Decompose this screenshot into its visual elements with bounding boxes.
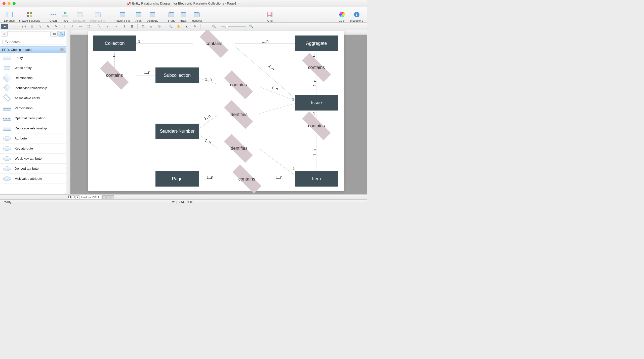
connector-2[interactable]: ↳ bbox=[45, 24, 52, 29]
page-tab-2[interactable] bbox=[106, 195, 110, 199]
lib-item-optional-participation[interactable]: Optional participation bbox=[0, 113, 66, 123]
stamp-tool[interactable]: ▲ bbox=[183, 24, 190, 29]
rel-contains-mid[interactable]: contains bbox=[217, 77, 260, 92]
lib-item-identifying-relationship[interactable]: Identifying relationship bbox=[0, 83, 66, 93]
color-button[interactable]: Color bbox=[336, 8, 348, 22]
chain-button[interactable]: Chain bbox=[47, 8, 59, 22]
bottom-bar: ❚❚ ◀ ▶ Custom 79% ▲▼ bbox=[0, 194, 367, 199]
pointer-tool[interactable]: ➤ bbox=[1, 24, 8, 29]
reverse-link-icon bbox=[95, 12, 101, 17]
text-tool[interactable]: ☰ bbox=[28, 24, 35, 29]
lib-item-multivalue-attribute[interactable]: Multivalue attribute bbox=[0, 174, 66, 184]
eyedrop-tool[interactable]: ✎ bbox=[191, 24, 198, 29]
titlebar: Entity Relationship Diagram for Electron… bbox=[0, 0, 367, 7]
title-dropdown-icon[interactable]: ⌄ bbox=[238, 2, 240, 5]
zoom-in-button[interactable]: 🔍⁺ bbox=[248, 24, 255, 29]
page-tab-3[interactable] bbox=[110, 195, 114, 199]
rel-contains-left[interactable]: contains bbox=[93, 68, 136, 83]
cardinality: 1..n bbox=[203, 114, 211, 121]
diagram-page[interactable]: Collection Aggregate Subcollection Issue… bbox=[88, 30, 344, 191]
front-button[interactable]: Front bbox=[165, 8, 177, 22]
pause-icon[interactable]: ❚❚ bbox=[68, 195, 71, 199]
search-input[interactable] bbox=[3, 39, 63, 45]
inspectors-button[interactable]: i Inspectors bbox=[348, 8, 365, 22]
identical-icon bbox=[194, 12, 199, 17]
rect-tool[interactable]: ▭ bbox=[12, 24, 19, 29]
line-tool-1[interactable]: ╲ bbox=[96, 24, 103, 29]
zoom-tool[interactable]: 🔍 bbox=[167, 24, 174, 29]
tree-button[interactable]: Tree bbox=[59, 8, 71, 22]
cardinality: 1 bbox=[293, 166, 295, 171]
window-zoom-button[interactable] bbox=[13, 2, 16, 5]
rel-contains-top[interactable]: contains bbox=[193, 36, 235, 51]
entity-item[interactable]: Item bbox=[295, 171, 338, 187]
line-tool-4[interactable]: ⇉ bbox=[120, 24, 127, 29]
entity-aggregate[interactable]: Aggregate bbox=[295, 35, 338, 51]
lib-item-relationship[interactable]: Relationship bbox=[0, 73, 66, 83]
lib-item-weak-key-attribute[interactable]: Weak key attribute bbox=[0, 154, 66, 164]
connector-5[interactable]: ⤴ bbox=[69, 24, 76, 29]
lib-item-derived-attribute[interactable]: Derived attribute bbox=[0, 164, 66, 174]
group-tool-1[interactable]: ⧉ bbox=[140, 24, 147, 29]
zoom-select[interactable]: Custom 79% ▲▼ bbox=[80, 195, 101, 199]
browse-solutions-button[interactable]: Browse Solutions bbox=[17, 8, 42, 22]
rel-contains-right-bottom[interactable]: contains bbox=[295, 119, 338, 133]
connector-3[interactable]: ⤷ bbox=[53, 24, 60, 29]
lib-item-associative-entity[interactable]: Associative entity bbox=[0, 93, 66, 103]
entity-label: Page bbox=[172, 176, 182, 182]
window-minimize-button[interactable] bbox=[8, 2, 11, 5]
entity-subcollection[interactable]: Subcollection bbox=[155, 67, 199, 83]
group-tool-2[interactable]: ⧈ bbox=[148, 24, 155, 29]
lib-item-attribute[interactable]: Attribute bbox=[0, 133, 66, 143]
lib-item-key-attribute[interactable]: Key attribute bbox=[0, 143, 66, 154]
zoom-out-button[interactable]: 🔍⁻ bbox=[211, 24, 218, 29]
prev-page-button[interactable]: ◀ bbox=[72, 195, 75, 199]
window-close-button[interactable] bbox=[3, 2, 6, 5]
sidebar-grid-view[interactable]: ▦ bbox=[51, 31, 58, 37]
library-close-icon[interactable]: × bbox=[60, 48, 64, 51]
canvas-area[interactable]: Collection Aggregate Subcollection Issue… bbox=[66, 30, 367, 194]
rel-contains-right-top[interactable]: contains bbox=[295, 60, 338, 75]
sidebar-filter-field[interactable] bbox=[8, 31, 51, 36]
ellipse-tool[interactable]: ◯ bbox=[20, 24, 27, 29]
entity-standart-number[interactable]: Standart-Number bbox=[155, 124, 199, 139]
insert-tool[interactable]: ⬚ bbox=[85, 24, 92, 29]
grid-button[interactable]: Grid bbox=[264, 8, 276, 22]
lib-item-weak-entity[interactable]: Weak entity bbox=[0, 63, 66, 73]
entity-page[interactable]: Page bbox=[155, 171, 199, 187]
distribute-button[interactable]: Distribute bbox=[145, 8, 160, 22]
libraries-button[interactable]: Libraries bbox=[2, 8, 17, 22]
hand-tool[interactable]: ✋ bbox=[175, 24, 182, 29]
rel-contains-bottom[interactable]: contains bbox=[225, 171, 268, 187]
cardinality: 1..n bbox=[204, 138, 212, 145]
distribute-label: Distribute bbox=[147, 19, 158, 22]
connector-6[interactable]: ⇢ bbox=[77, 24, 84, 29]
identical-button[interactable]: Identical bbox=[189, 8, 204, 22]
sidebar-search-toggle[interactable]: 🔍 bbox=[58, 31, 65, 37]
group-tool-3[interactable]: ⦾ bbox=[156, 24, 163, 29]
library-header[interactable]: ERD, Chen's notation × bbox=[0, 46, 66, 53]
back-button[interactable]: Back bbox=[177, 8, 189, 22]
align-button[interactable]: Align bbox=[133, 8, 145, 22]
line-tool-2[interactable]: 〳 bbox=[104, 24, 111, 29]
sidebar-view-toggle-1[interactable]: ≡ bbox=[1, 31, 8, 37]
lib-item-entity[interactable]: Entity bbox=[0, 53, 66, 63]
lib-item-participation[interactable]: Participation bbox=[0, 103, 66, 113]
connector-1[interactable]: ↘ bbox=[36, 24, 44, 29]
lib-item-label: Associative entity bbox=[15, 96, 40, 100]
rel-identifies-bottom[interactable]: Identifies bbox=[217, 141, 260, 156]
cardinality: 1 bbox=[113, 53, 115, 58]
line-tool-3[interactable]: ⤳ bbox=[112, 24, 119, 29]
entity-collection[interactable]: Collection bbox=[93, 35, 136, 51]
rotate-flip-button[interactable]: Rotate & Flip bbox=[112, 8, 133, 22]
line-tool-5[interactable]: ⇶ bbox=[128, 24, 135, 29]
zoom-slider[interactable] bbox=[221, 26, 246, 27]
cardinality: 1..n bbox=[267, 64, 275, 71]
entity-issue[interactable]: Issue bbox=[295, 95, 338, 111]
next-page-button[interactable]: ▶ bbox=[76, 195, 79, 199]
entity-label: Standart-Number bbox=[160, 129, 194, 134]
connector-4[interactable]: ⤵ bbox=[61, 24, 68, 29]
page-tab-1[interactable] bbox=[102, 195, 106, 199]
rel-identifies-top[interactable]: Identifies bbox=[217, 107, 260, 122]
lib-item-recursive-relationship[interactable]: Recursive relationship bbox=[0, 123, 66, 133]
